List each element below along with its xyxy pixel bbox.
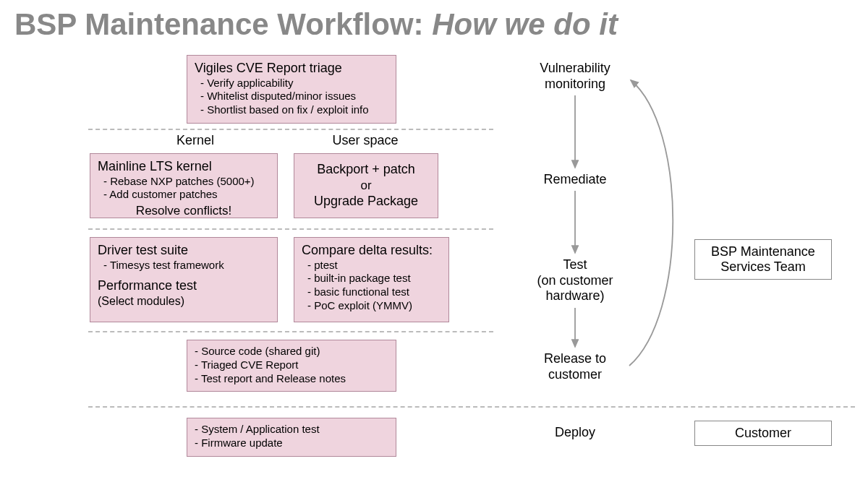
kernel-rem-b2: - Add customer patches	[98, 188, 270, 202]
deploy-b2: - Firmware update	[195, 437, 388, 450]
release-b3: - Test report and Release notes	[195, 372, 388, 386]
deploy-b1: - System / Application test	[195, 423, 388, 437]
label-kernel: Kernel	[159, 133, 231, 148]
label-user: User space	[311, 133, 420, 148]
dashed-1	[88, 129, 493, 130]
box-release: - Source code (shared git) - Triaged CVE…	[187, 340, 396, 392]
kernel-test-b1: - Timesys test framework	[98, 259, 270, 272]
user-rem-l1: Backport + patch	[302, 161, 430, 178]
user-test-b3: - basic functional test	[302, 285, 441, 299]
triage-b3: - Shortlist based on fix / exploit info	[195, 103, 388, 117]
customer-box: Customer	[694, 421, 832, 446]
kernel-rem-b1: - Rebase NXP patches (5000+)	[98, 175, 270, 189]
triage-title: Vigiles CVE Report triage	[195, 60, 388, 77]
user-test-b2: - built-in package test	[302, 272, 441, 285]
release-b2: - Triaged CVE Report	[195, 358, 388, 372]
triage-b1: - Verify applicability	[195, 77, 388, 90]
box-kernel-remediate: Mainline LTS kernel - Rebase NXP patches…	[90, 153, 278, 218]
flow-rem: Remediate	[521, 172, 629, 188]
flow-vuln: Vulnerability monitoring	[521, 61, 629, 92]
flow-dep: Deploy	[521, 425, 629, 441]
box-user-test: Compare delta results: - ptest - built-i…	[294, 237, 449, 322]
release-b1: - Source code (shared git)	[195, 345, 388, 358]
user-rem-l2: or	[302, 178, 430, 193]
box-triage: Vigiles CVE Report triage - Verify appli…	[187, 55, 396, 124]
title-prefix: BSP Maintenance Workflow:	[14, 7, 432, 41]
kernel-rem-title: Mainline LTS kernel	[98, 158, 270, 175]
dashed-4	[88, 406, 855, 408]
user-test-b4: - PoC exploit (YMMV)	[302, 299, 441, 313]
box-user-remediate: Backport + patch or Upgrade Package	[294, 153, 438, 218]
title-italic: How we do it	[432, 7, 618, 41]
triage-b2: - Whitelist disputed/minor issues	[195, 90, 388, 103]
user-test-t1: Compare delta results:	[302, 242, 441, 259]
flow-test: Test (on customer hardware)	[506, 257, 644, 304]
diagram-stage: Vigiles CVE Report triage - Verify appli…	[0, 48, 868, 503]
dashed-3	[88, 331, 493, 332]
slide-title: BSP Maintenance Workflow: How we do it	[0, 0, 868, 48]
kernel-rem-resolve: Resolve conflicts!	[98, 202, 270, 218]
user-rem-l3: Upgrade Package	[302, 193, 430, 210]
flow-rel: Release to customer	[521, 351, 629, 382]
kernel-test-t2: Performance test	[98, 272, 270, 294]
user-test-b1: - ptest	[302, 259, 441, 272]
box-deploy: - System / Application test - Firmware u…	[187, 418, 396, 457]
kernel-test-t1: Driver test suite	[98, 242, 270, 259]
kernel-test-b2: (Select modules)	[98, 294, 270, 309]
team-box: BSP Maintenance Services Team	[694, 239, 832, 280]
dashed-2	[88, 228, 493, 230]
box-kernel-test: Driver test suite - Timesys test framewo…	[90, 237, 278, 322]
